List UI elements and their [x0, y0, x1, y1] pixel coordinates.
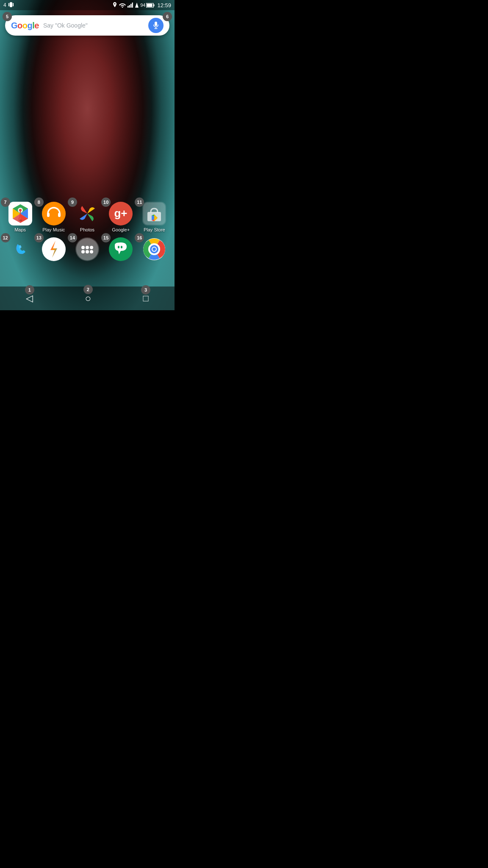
- svg-rect-45: [118, 246, 119, 248]
- svg-rect-5: [130, 4, 132, 8]
- photos-label: Photos: [80, 227, 94, 232]
- play-store-icon: [142, 202, 166, 225]
- svg-point-40: [90, 246, 93, 249]
- badge-5: 5: [3, 12, 12, 21]
- svg-rect-9: [147, 3, 152, 7]
- google-plus-label: Google+: [112, 227, 130, 232]
- app-google-plus[interactable]: 10 g+ Google+: [105, 202, 136, 232]
- nav-badge-1: 1: [25, 285, 34, 295]
- google-logo: Google: [11, 21, 39, 31]
- hangouts-icon: [109, 237, 133, 261]
- nav-badge-2: 2: [83, 285, 93, 294]
- nav-back-button[interactable]: 1 ◁: [26, 293, 33, 304]
- badge-6: 6: [163, 12, 172, 21]
- play-store-label: Play Store: [144, 227, 165, 232]
- maps-label: Maps: [14, 227, 26, 232]
- svg-point-23: [19, 220, 22, 221]
- home-icon: ○: [85, 292, 92, 304]
- app-photos[interactable]: 9 Photos: [72, 202, 103, 232]
- nav-badge-3: 3: [141, 285, 150, 295]
- svg-rect-25: [47, 213, 50, 217]
- svg-rect-1: [10, 2, 12, 7]
- play-music-label: Play Music: [42, 227, 65, 232]
- search-bar[interactable]: 5 Google Say "Ok Google" 6: [5, 15, 169, 36]
- app-row-1: 7 Maps 8: [3, 202, 171, 232]
- svg-rect-2: [13, 3, 14, 6]
- svg-point-38: [81, 246, 85, 249]
- google-plus-icon: g+: [109, 202, 133, 225]
- svg-point-43: [90, 250, 93, 253]
- photos-icon: [75, 202, 99, 225]
- play-music-icon: [42, 202, 66, 225]
- maps-icon: [8, 202, 32, 225]
- svg-rect-0: [8, 3, 9, 6]
- chrome-icon: [142, 237, 166, 261]
- app-chrome[interactable]: 16: [139, 237, 169, 263]
- svg-point-24: [43, 203, 65, 225]
- status-bar: 4 94: [0, 0, 175, 10]
- nav-home-button[interactable]: 2 ○: [85, 292, 92, 304]
- svg-point-51: [152, 248, 156, 251]
- nav-bar: 1 ◁ 2 ○ 3 □: [0, 287, 175, 310]
- app-grid: 7 Maps 8: [0, 202, 175, 268]
- svg-rect-4: [129, 5, 130, 8]
- phone-icon: [8, 237, 32, 261]
- search-hint[interactable]: Say "Ok Google": [43, 22, 148, 29]
- svg-rect-6: [132, 3, 133, 8]
- mic-icon: [152, 22, 160, 29]
- signal-icon: [128, 3, 133, 8]
- svg-point-39: [86, 246, 89, 249]
- svg-rect-26: [58, 213, 61, 217]
- svg-rect-10: [154, 4, 155, 6]
- status-left: 4: [3, 2, 14, 8]
- app-play-music[interactable]: 8 Play Music: [39, 202, 69, 232]
- app-maps[interactable]: 7 Maps: [5, 202, 36, 232]
- svg-text:g+: g+: [114, 207, 128, 220]
- app-fancy[interactable]: 13: [39, 237, 69, 263]
- nav-recents-button[interactable]: 3 □: [143, 293, 148, 304]
- mic-button[interactable]: [148, 18, 164, 33]
- svg-point-42: [86, 250, 89, 253]
- app-phone[interactable]: 12: [5, 237, 36, 263]
- signal-direction-icon: [135, 3, 139, 8]
- app-row-2: 12 13: [3, 237, 171, 263]
- svg-rect-3: [128, 6, 129, 8]
- svg-rect-11: [155, 22, 157, 26]
- volume-indicator: 4: [3, 2, 6, 8]
- wifi-icon: [119, 3, 126, 8]
- svg-marker-7: [135, 3, 139, 8]
- battery-indicator: 94: [140, 3, 155, 8]
- time: 12:59: [157, 2, 171, 8]
- app-play-store[interactable]: 11 Play Store: [139, 202, 169, 232]
- location-icon: [112, 2, 117, 8]
- svg-point-41: [81, 250, 85, 253]
- vibrate-icon: [8, 2, 14, 8]
- drawer-icon: [75, 237, 99, 261]
- fancy-icon: [42, 237, 66, 261]
- status-right: 94 12:59: [112, 2, 171, 8]
- app-hangouts[interactable]: 15: [105, 237, 136, 263]
- svg-rect-46: [121, 246, 122, 248]
- app-drawer[interactable]: 14: [72, 237, 103, 263]
